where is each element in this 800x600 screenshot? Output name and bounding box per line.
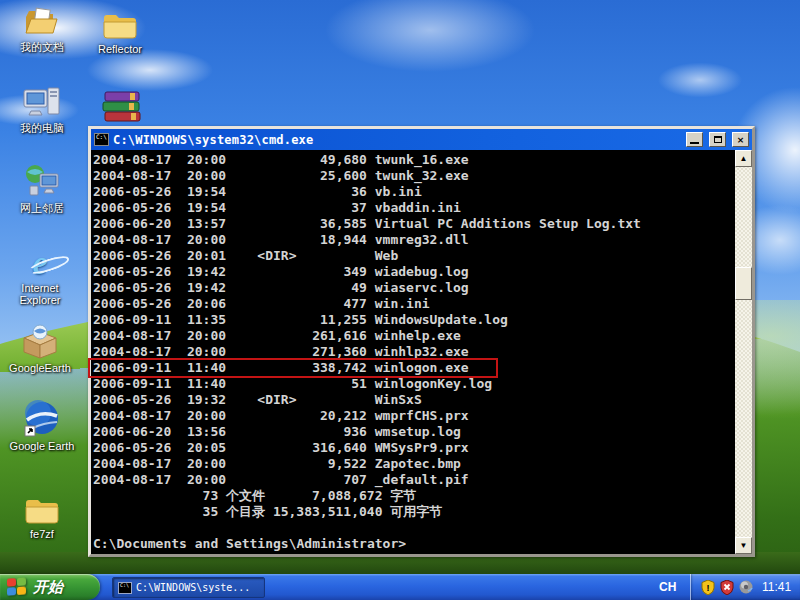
scrollbar-thumb[interactable]: [735, 267, 752, 300]
terminal-line: 2004-08-17 20:00 18,944 vmmreg32.dll: [93, 232, 735, 248]
utility-ball-icon[interactable]: [739, 580, 753, 594]
taskbar: 开始 C:\ C:\WINDOWS\syste... CH !: [0, 574, 800, 600]
google-earth-globe-icon: [0, 402, 84, 438]
desktop-icon-internet-explorer[interactable]: e Internet Explorer: [2, 244, 78, 306]
taskbar-clock[interactable]: 11:41: [762, 580, 791, 594]
desktop-icon-network-places[interactable]: 网上邻居: [4, 164, 80, 214]
folder-icon: [4, 490, 80, 526]
icon-label: GoogleEarth: [2, 362, 78, 374]
terminal-line: 2004-08-17 20:00 49,680 twunk_16.exe: [93, 152, 735, 168]
icon-label: 我的文档: [4, 41, 80, 53]
terminal-line: 73 个文件 7,088,672 字节: [93, 488, 735, 504]
icon-label: Internet Explorer: [2, 282, 78, 306]
cmd-window-icon: C:\: [94, 133, 109, 146]
terminal-line: 2004-08-17 20:00 271,360 winhlp32.exe: [93, 344, 735, 360]
svg-text:!: !: [707, 582, 710, 592]
internet-explorer-icon: e: [2, 244, 78, 280]
desktop-icon-winrar[interactable]: [84, 88, 160, 126]
desktop-icon-google-earth[interactable]: Google Earth: [0, 402, 84, 452]
window-title: C:\WINDOWS\system32\cmd.exe: [113, 133, 680, 147]
terminal-line: 2006-05-26 19:54 36 vb.ini: [93, 184, 735, 200]
terminal-line: C:\Documents and Settings\Administrator>: [93, 536, 735, 552]
terminal-line: 2006-09-11 11:40 338,742 winlogon.exe: [93, 360, 735, 376]
taskbar-item-label: C:\WINDOWS\syste...: [136, 582, 250, 593]
terminal-line: 2004-08-17 20:00 261,616 winhelp.exe: [93, 328, 735, 344]
icon-label: 我的电脑: [4, 122, 80, 134]
terminal-line: 2006-06-20 13:57 36,585 Virtual PC Addit…: [93, 216, 735, 232]
terminal-line: 2006-09-11 11:40 51 winlogonKey.log: [93, 376, 735, 392]
terminal-line: 2006-05-26 19:54 37 vbaddin.ini: [93, 200, 735, 216]
desktop-icon-googleearth-box[interactable]: GoogleEarth: [2, 324, 78, 374]
terminal-line: 2006-05-26 19:42 349 wiadebug.log: [93, 264, 735, 280]
security-off-shield-icon[interactable]: [720, 580, 734, 595]
icon-label: 网上邻居: [4, 202, 80, 214]
winrar-books-icon: [84, 88, 160, 124]
terminal-line: 2004-08-17 20:00 707 _default.pif: [93, 472, 735, 488]
vertical-scrollbar[interactable]: ▲ ▼: [735, 150, 752, 554]
terminal-line: 2004-08-17 20:00 9,522 Zapotec.bmp: [93, 456, 735, 472]
folder-icon: [82, 5, 158, 41]
scroll-down-button[interactable]: ▼: [735, 537, 752, 554]
cmd-window: C:\ C:\WINDOWS\system32\cmd.exe × 2004-0…: [88, 126, 755, 557]
terminal-line: 2006-06-20 13:56 936 wmsetup.log: [93, 424, 735, 440]
network-places-icon: [4, 164, 80, 200]
terminal-line: 2006-05-26 20:05 316,640 WMSysPr9.prx: [93, 440, 735, 456]
minimize-button[interactable]: [686, 132, 703, 147]
icon-label: fe7zf: [4, 528, 80, 540]
close-button[interactable]: ×: [732, 132, 749, 147]
terminal-output[interactable]: 2004-08-17 20:00 49,680 twunk_16.exe2004…: [91, 150, 735, 554]
terminal-line: 2006-05-26 19:42 49 wiaservc.log: [93, 280, 735, 296]
my-documents-icon: [4, 3, 80, 39]
scroll-up-button[interactable]: ▲: [735, 150, 752, 167]
language-indicator[interactable]: CH: [655, 574, 680, 600]
maximize-button[interactable]: [709, 132, 726, 147]
desktop-icon-my-documents[interactable]: 我的文档: [4, 3, 80, 53]
start-button[interactable]: 开始: [0, 574, 100, 600]
taskbar-item-cmd[interactable]: C:\ C:\WINDOWS\syste...: [112, 577, 265, 598]
terminal-line: 2006-05-26 20:06 477 win.ini: [93, 296, 735, 312]
desktop-icon-fe7zf[interactable]: fe7zf: [4, 490, 80, 540]
desktop-icon-reflector[interactable]: Reflector: [82, 5, 158, 55]
cmd-title-bar[interactable]: C:\ C:\WINDOWS\system32\cmd.exe ×: [91, 129, 752, 150]
my-computer-icon: [4, 84, 80, 120]
system-tray: ! 11:41: [690, 574, 800, 600]
start-button-label: 开始: [33, 578, 63, 597]
cmd-icon: C:\: [118, 582, 132, 594]
icon-label: Google Earth: [0, 440, 84, 452]
windows-logo-icon: [7, 577, 27, 596]
terminal-line: [93, 520, 735, 536]
icon-label: Reflector: [82, 43, 158, 55]
terminal-line: 35 个目录 15,383,511,040 可用字节: [93, 504, 735, 520]
terminal-line: 2006-09-11 11:35 11,255 WindowsUpdate.lo…: [93, 312, 735, 328]
terminal-line: 2004-08-17 20:00 20,212 wmprfCHS.prx: [93, 408, 735, 424]
googleearth-box-icon: [2, 324, 78, 360]
desktop-icon-my-computer[interactable]: 我的电脑: [4, 84, 80, 134]
security-alert-shield-icon[interactable]: !: [701, 580, 715, 595]
terminal-line: 2004-08-17 20:00 25,600 twunk_32.exe: [93, 168, 735, 184]
terminal-lines: 2004-08-17 20:00 49,680 twunk_16.exe2004…: [93, 152, 735, 552]
terminal-line: 2006-05-26 20:01 <DIR> Web: [93, 248, 735, 264]
terminal-line: 2006-05-26 19:32 <DIR> WinSxS: [93, 392, 735, 408]
